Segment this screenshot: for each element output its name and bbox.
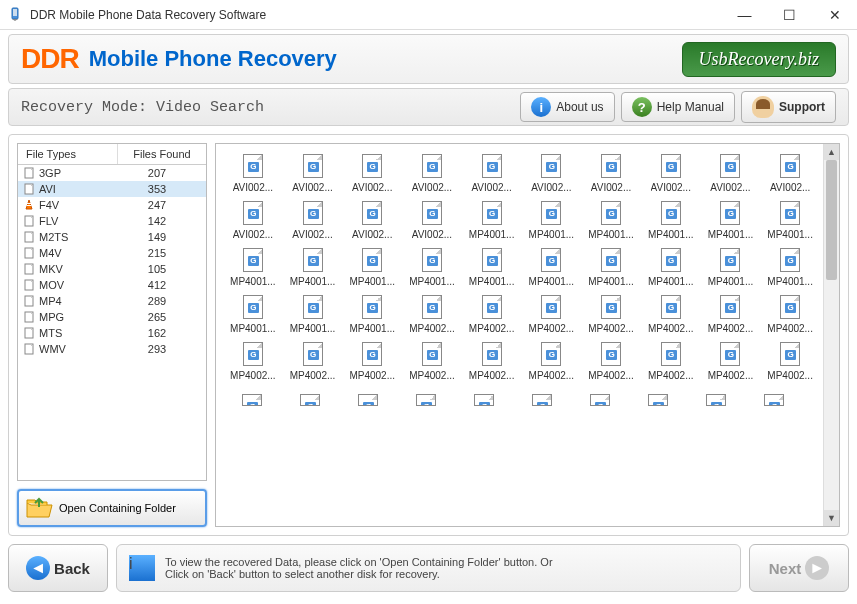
scroll-thumb[interactable] xyxy=(826,160,837,280)
close-button[interactable]: ✕ xyxy=(812,0,857,30)
video-file-icon xyxy=(422,342,442,366)
file-item[interactable]: MP4001... xyxy=(224,293,282,336)
file-item-label: MP4002... xyxy=(469,370,515,381)
file-item[interactable]: MP4002... xyxy=(284,340,342,383)
partial-row xyxy=(224,387,819,407)
file-item[interactable]: MP4001... xyxy=(582,199,640,242)
file-type-row[interactable]: MOV412 xyxy=(18,277,206,293)
file-type-row[interactable]: MKV105 xyxy=(18,261,206,277)
file-type-row[interactable]: M4V215 xyxy=(18,245,206,261)
file-type-row[interactable]: F4V247 xyxy=(18,197,206,213)
file-item[interactable]: MP4002... xyxy=(523,340,581,383)
maximize-button[interactable]: ☐ xyxy=(767,0,812,30)
file-item[interactable]: MP4001... xyxy=(582,246,640,289)
file-item-label: MP4002... xyxy=(290,370,336,381)
footer-info-line1: To view the recovered Data, please click… xyxy=(165,556,553,568)
video-file-icon xyxy=(303,154,323,178)
file-item[interactable]: AVI002... xyxy=(284,199,342,242)
info-icon: i xyxy=(129,555,155,581)
file-type-row[interactable]: MTS162 xyxy=(18,325,206,341)
scroll-up-arrow[interactable]: ▲ xyxy=(824,144,839,160)
file-type-count: 105 xyxy=(112,263,202,275)
file-item[interactable]: MP4001... xyxy=(523,246,581,289)
video-file-icon xyxy=(482,248,502,272)
file-item[interactable]: MP4001... xyxy=(343,246,401,289)
file-item[interactable]: MP4001... xyxy=(642,246,700,289)
next-button[interactable]: Next ► xyxy=(749,544,849,592)
help-icon: ? xyxy=(632,97,652,117)
file-item[interactable]: AVI002... xyxy=(343,152,401,195)
file-item[interactable]: AVI002... xyxy=(702,152,760,195)
file-item-label: AVI002... xyxy=(412,182,452,193)
minimize-button[interactable]: — xyxy=(722,0,767,30)
file-item[interactable]: AVI002... xyxy=(463,152,521,195)
file-item[interactable]: AVI002... xyxy=(523,152,581,195)
file-item[interactable]: AVI002... xyxy=(403,199,461,242)
file-item[interactable]: MP4001... xyxy=(224,246,282,289)
file-item-label: MP4001... xyxy=(767,276,813,287)
support-avatar-icon xyxy=(752,96,774,118)
file-item[interactable]: MP4002... xyxy=(224,340,282,383)
file-type-row[interactable]: MP4289 xyxy=(18,293,206,309)
file-item[interactable]: MP4002... xyxy=(403,293,461,336)
file-item-label: AVI002... xyxy=(710,182,750,193)
file-item[interactable]: MP4002... xyxy=(582,293,640,336)
file-item[interactable]: MP4001... xyxy=(343,293,401,336)
file-item-label: MP4001... xyxy=(469,229,515,240)
file-item[interactable]: AVI002... xyxy=(343,199,401,242)
video-file-icon xyxy=(780,248,800,272)
video-file-icon xyxy=(482,154,502,178)
file-item[interactable]: MP4002... xyxy=(403,340,461,383)
support-button[interactable]: Support xyxy=(741,91,836,123)
file-item[interactable]: MP4001... xyxy=(702,199,760,242)
file-item-label: MP4001... xyxy=(708,276,754,287)
file-type-row[interactable]: MPG265 xyxy=(18,309,206,325)
file-type-row[interactable]: FLV142 xyxy=(18,213,206,229)
file-type-icon xyxy=(22,182,36,196)
file-item[interactable]: MP4002... xyxy=(642,293,700,336)
file-item[interactable]: AVI002... xyxy=(224,152,282,195)
about-us-button[interactable]: i About us xyxy=(520,92,614,122)
svg-rect-1 xyxy=(13,9,17,16)
file-item[interactable]: MP4001... xyxy=(284,293,342,336)
file-item[interactable]: MP4001... xyxy=(403,246,461,289)
file-item[interactable]: AVI002... xyxy=(224,199,282,242)
file-item[interactable]: MP4001... xyxy=(523,199,581,242)
file-item[interactable]: MP4002... xyxy=(642,340,700,383)
file-item[interactable]: AVI002... xyxy=(582,152,640,195)
file-item[interactable]: MP4002... xyxy=(343,340,401,383)
video-file-icon xyxy=(362,201,382,225)
file-item[interactable]: MP4001... xyxy=(642,199,700,242)
file-item[interactable]: MP4001... xyxy=(463,246,521,289)
file-item[interactable]: MP4001... xyxy=(702,246,760,289)
file-item[interactable]: MP4002... xyxy=(582,340,640,383)
back-button[interactable]: ◄ Back xyxy=(8,544,108,592)
file-item[interactable]: MP4002... xyxy=(761,340,819,383)
file-type-row[interactable]: 3GP207 xyxy=(18,165,206,181)
scroll-down-arrow[interactable]: ▼ xyxy=(824,510,839,526)
file-item[interactable]: MP4002... xyxy=(761,293,819,336)
file-item[interactable]: MP4002... xyxy=(702,293,760,336)
open-containing-folder-button[interactable]: Open Containing Folder xyxy=(17,489,207,527)
file-item[interactable]: AVI002... xyxy=(284,152,342,195)
file-item[interactable]: AVI002... xyxy=(642,152,700,195)
file-item-label: MP4002... xyxy=(588,323,634,334)
file-item[interactable]: MP4002... xyxy=(463,293,521,336)
file-item[interactable]: MP4001... xyxy=(284,246,342,289)
file-item-label: MP4002... xyxy=(648,370,694,381)
file-type-row[interactable]: AVI353 xyxy=(18,181,206,197)
file-item[interactable]: MP4002... xyxy=(523,293,581,336)
file-type-row[interactable]: WMV293 xyxy=(18,341,206,357)
file-item[interactable]: MP4002... xyxy=(463,340,521,383)
file-item[interactable]: MP4001... xyxy=(463,199,521,242)
vertical-scrollbar[interactable]: ▲ ▼ xyxy=(823,144,839,526)
help-manual-button[interactable]: ? Help Manual xyxy=(621,92,735,122)
file-type-icon xyxy=(22,198,36,212)
file-type-row[interactable]: M2TS149 xyxy=(18,229,206,245)
file-item[interactable]: MP4001... xyxy=(761,246,819,289)
file-item[interactable]: MP4001... xyxy=(761,199,819,242)
file-item[interactable]: MP4002... xyxy=(702,340,760,383)
video-file-icon xyxy=(661,295,681,319)
file-item[interactable]: AVI002... xyxy=(403,152,461,195)
file-item[interactable]: AVI002... xyxy=(761,152,819,195)
